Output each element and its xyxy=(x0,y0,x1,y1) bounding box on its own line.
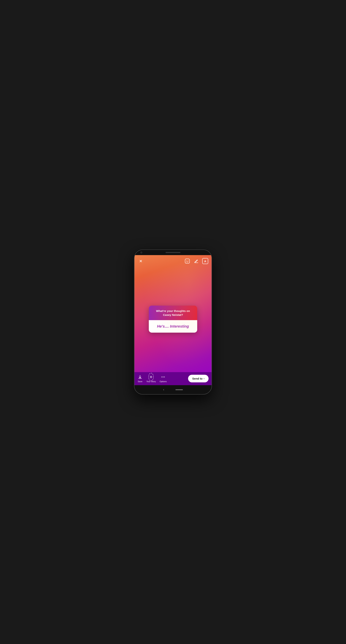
phone-top-bar xyxy=(134,250,212,255)
question-sticker[interactable]: What're your thoughts on Casey Neistat? … xyxy=(149,306,197,332)
svg-point-10 xyxy=(164,376,165,377)
close-button[interactable] xyxy=(137,258,144,264)
more-dots-icon xyxy=(161,375,165,379)
story-canvas: A What're your thoughts on Casey Neistat… xyxy=(134,255,212,385)
plus-icon xyxy=(149,375,153,379)
options-icon xyxy=(161,374,166,380)
phone-frame: A What're your thoughts on Casey Neistat… xyxy=(134,249,212,395)
draw-pencil-icon xyxy=(194,259,199,264)
question-text: What're your thoughts on Casey Neistat? xyxy=(153,309,193,317)
send-chevron-icon: › xyxy=(204,377,204,380)
options-action[interactable]: Options xyxy=(160,374,167,382)
answer-text: He's.... Interesting xyxy=(153,324,193,328)
phone-speaker xyxy=(166,252,180,253)
text-icon: A xyxy=(202,258,208,264)
phone-nav-bar: ‹ xyxy=(134,385,212,394)
options-label: Options xyxy=(160,380,167,382)
your-story-action[interactable]: Your Story xyxy=(146,374,156,382)
send-to-button[interactable]: Send to › xyxy=(188,375,209,382)
draw-button[interactable] xyxy=(193,258,200,264)
save-action[interactable]: Save xyxy=(137,374,143,382)
close-icon xyxy=(139,259,143,263)
question-sticker-header: What're your thoughts on Casey Neistat? xyxy=(149,306,197,320)
phone-camera xyxy=(140,252,142,254)
sticker-face-icon xyxy=(185,258,190,264)
svg-point-3 xyxy=(186,260,187,261)
your-story-label: Your Story xyxy=(146,380,156,382)
top-right-controls: A xyxy=(184,258,209,264)
power-button xyxy=(212,280,212,289)
sticker-button[interactable] xyxy=(184,258,191,264)
bottom-action-bar: Save Your Story xyxy=(134,372,212,385)
save-label: Save xyxy=(138,380,142,382)
svg-point-4 xyxy=(188,260,188,261)
your-story-icon xyxy=(148,374,154,380)
nav-back-button[interactable]: ‹ xyxy=(163,388,164,391)
story-top-controls: A xyxy=(134,255,212,266)
download-icon xyxy=(138,375,142,379)
question-answer-area: He's.... Interesting xyxy=(149,320,197,332)
story-circle xyxy=(148,373,154,381)
story-content-area: What're your thoughts on Casey Neistat? … xyxy=(134,266,212,372)
send-to-label: Send to xyxy=(192,377,202,380)
nav-home-pill[interactable] xyxy=(175,389,183,390)
svg-point-9 xyxy=(163,376,163,377)
volume-button xyxy=(212,291,212,306)
svg-rect-2 xyxy=(185,259,190,263)
bottom-actions-group: Save Your Story xyxy=(137,374,167,382)
text-button[interactable]: A xyxy=(202,258,209,264)
save-icon xyxy=(137,374,143,380)
svg-point-8 xyxy=(161,376,162,377)
